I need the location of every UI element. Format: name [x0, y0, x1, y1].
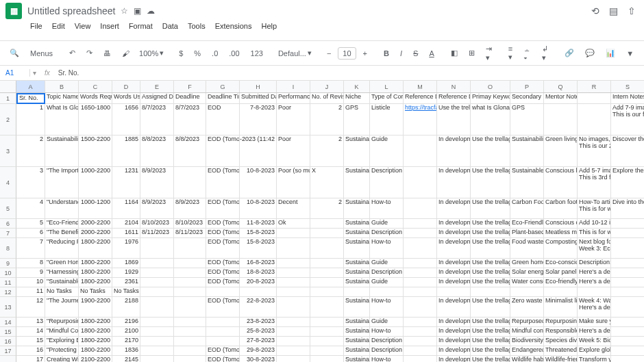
- cell[interactable]: Guide: [370, 318, 404, 327]
- cell[interactable]: [140, 356, 174, 362]
- cell[interactable]: [404, 297, 437, 318]
- cell[interactable]: [611, 238, 644, 259]
- cell[interactable]: Sustainability: [344, 356, 370, 362]
- cell[interactable]: [310, 219, 344, 229]
- cell[interactable]: Use the trellage: [471, 297, 510, 318]
- cell[interactable]: [174, 346, 206, 356]
- dec-size-icon[interactable]: −: [323, 47, 335, 60]
- spreadsheet-grid[interactable]: ABCDEFGHIJKLMNOPQRS 1 Sr. No.Topic NameW…: [0, 81, 644, 362]
- cell[interactable]: Week 4: Waste Reduction and Sustainable …: [578, 297, 611, 318]
- cell[interactable]: [174, 278, 206, 287]
- header-cell[interactable]: Primay Keyword: [471, 93, 510, 104]
- cell[interactable]: Add 5-7 images, add 2-4 external links. …: [578, 167, 611, 198]
- cell[interactable]: [310, 287, 344, 297]
- cell[interactable]: Green living, Env: [544, 135, 578, 167]
- cell[interactable]: 2000-2200: [79, 219, 112, 229]
- cell[interactable]: [510, 287, 544, 297]
- col-header[interactable]: I: [277, 81, 310, 92]
- cell[interactable]: Here's a description of what we need: De…: [578, 268, 611, 278]
- cell[interactable]: Description: [370, 268, 404, 278]
- row-header[interactable]: 16: [0, 337, 16, 346]
- cell[interactable]: Use the trellage: [471, 259, 510, 268]
- col-header[interactable]: B: [45, 81, 79, 92]
- col-header[interactable]: G: [206, 81, 240, 92]
- cell[interactable]: 15-8-2023: [240, 238, 277, 259]
- chevron-down-icon[interactable]: ▾: [30, 69, 39, 77]
- cell[interactable]: Sustainable choi: [510, 167, 544, 198]
- doc-title[interactable]: Untitled spreadsheet: [27, 5, 115, 16]
- cell[interactable]: 2100-2200: [79, 356, 112, 362]
- filter-icon[interactable]: ▼: [622, 47, 638, 60]
- cell[interactable]: 1836: [112, 346, 140, 356]
- cell[interactable]: Solar panel insta: [544, 268, 578, 278]
- row-header[interactable]: 17: [0, 346, 16, 356]
- cell[interactable]: 1885: [112, 135, 140, 167]
- cell[interactable]: EOD (Tomorrow: [206, 278, 240, 287]
- cell[interactable]: EOD: [206, 104, 240, 135]
- cell[interactable]: [310, 346, 344, 356]
- comment-icon[interactable]: ▤: [609, 5, 618, 16]
- cell[interactable]: 1650-1800: [79, 104, 112, 135]
- cell[interactable]: 8/10/2023: [140, 219, 174, 229]
- cell[interactable]: [310, 229, 344, 238]
- cell[interactable]: [277, 259, 310, 268]
- cell[interactable]: Sustainability: [344, 167, 370, 198]
- cell[interactable]: 1: [16, 104, 45, 135]
- cell[interactable]: 1656: [112, 104, 140, 135]
- cell[interactable]: [140, 238, 174, 259]
- cell[interactable]: [404, 167, 437, 198]
- cell[interactable]: https://tracfamily: [404, 104, 437, 135]
- cell[interactable]: [174, 238, 206, 259]
- cell[interactable]: Use the trellage: [471, 167, 510, 198]
- cell[interactable]: Responsible con: [544, 327, 578, 337]
- cell[interactable]: [404, 318, 437, 327]
- cell[interactable]: 22-8-2023: [240, 297, 277, 318]
- cell[interactable]: [206, 337, 240, 346]
- cell[interactable]: 1929: [112, 268, 140, 278]
- menu-extensions[interactable]: Extensions: [212, 21, 255, 31]
- cell[interactable]: No Tasks: [79, 287, 112, 297]
- cell[interactable]: Use the trellage: [471, 229, 510, 238]
- cell[interactable]: Species diversity: [544, 337, 578, 346]
- cell[interactable]: "Understanding Y: [45, 198, 79, 219]
- header-cell[interactable]: Reference Docu: [404, 93, 437, 104]
- cell[interactable]: Week 5: Biodiversity and Conservation. D…: [578, 337, 611, 346]
- cell[interactable]: [140, 297, 174, 318]
- cell[interactable]: GPS: [344, 104, 370, 135]
- cloud-icon[interactable]: ☁: [147, 6, 155, 16]
- menu-format[interactable]: Format: [126, 21, 156, 31]
- inc-size-icon[interactable]: +: [359, 47, 371, 60]
- cell[interactable]: Guide: [370, 219, 404, 229]
- cell[interactable]: [611, 327, 644, 337]
- col-header[interactable]: Q: [544, 81, 578, 92]
- cell[interactable]: [310, 337, 344, 346]
- cell[interactable]: [404, 278, 437, 287]
- cell[interactable]: [404, 198, 437, 219]
- cell[interactable]: Use the trellage: [471, 219, 510, 229]
- row-header[interactable]: 5: [0, 198, 16, 219]
- cell[interactable]: Composting tips,: [544, 238, 578, 259]
- cell[interactable]: [206, 287, 240, 297]
- cell[interactable]: Biodiversity, Hea: [510, 337, 544, 346]
- cell[interactable]: [578, 287, 611, 297]
- cell[interactable]: [277, 327, 310, 337]
- cell[interactable]: Sustainability: [344, 337, 370, 346]
- menus-label[interactable]: Menus: [26, 47, 57, 60]
- cell[interactable]: Use the trellage - Sticl to the TO's: [437, 104, 471, 135]
- merge-icon[interactable]: ⇥ ▾: [482, 42, 496, 65]
- cell[interactable]: In development: [437, 356, 471, 362]
- cell[interactable]: [370, 287, 404, 297]
- cell[interactable]: [310, 297, 344, 318]
- fill-color-icon[interactable]: ◧: [447, 46, 462, 60]
- cell[interactable]: [404, 229, 437, 238]
- cell[interactable]: [174, 327, 206, 337]
- cell[interactable]: 1800-2200: [79, 346, 112, 356]
- cell[interactable]: 1976: [112, 238, 140, 259]
- cell[interactable]: EOD (Tomorrow: [206, 297, 240, 318]
- cell[interactable]: Sustainability: [344, 346, 370, 356]
- col-header[interactable]: R: [578, 81, 611, 92]
- cell[interactable]: Threatened spec: [544, 346, 578, 356]
- cell[interactable]: [174, 297, 206, 318]
- cell[interactable]: 12: [16, 297, 45, 318]
- cell[interactable]: [404, 238, 437, 259]
